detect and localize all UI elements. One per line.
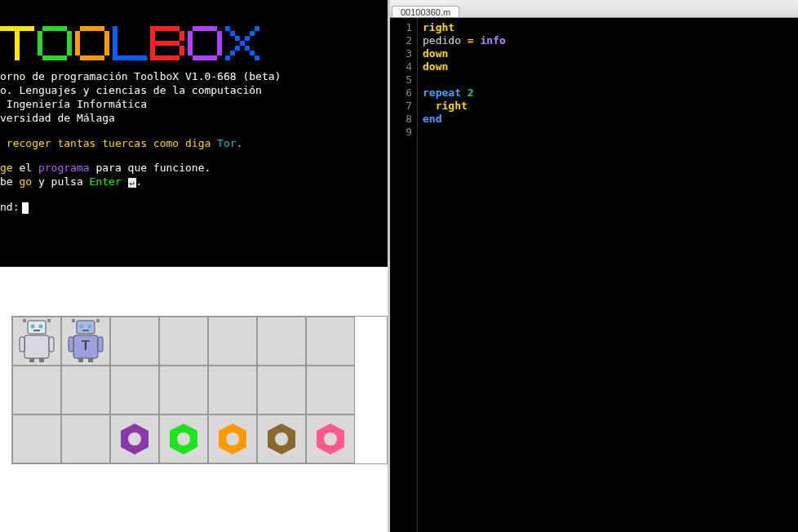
line-number: 8 — [390, 113, 412, 126]
grid-cell — [208, 415, 257, 463]
grid-cell — [61, 415, 110, 463]
svg-text:T: T — [82, 339, 90, 352]
code-editor[interactable]: 123456789 rightpedido = infodowndownrepe… — [390, 18, 798, 532]
help1-c: programa — [38, 162, 90, 174]
nut-icon — [215, 422, 250, 456]
grid-cell — [159, 366, 208, 415]
nut-icon — [264, 422, 299, 456]
robot-gray-icon — [16, 319, 57, 363]
svg-point-14 — [80, 325, 84, 329]
grid-cell — [208, 366, 257, 415]
line-gutter: 123456789 — [390, 18, 418, 532]
logo — [0, 3, 388, 60]
svg-point-3 — [31, 325, 35, 329]
grid-cell — [110, 317, 159, 366]
code-line[interactable]: down — [423, 47, 798, 60]
svg-rect-6 — [24, 335, 49, 358]
logo-letter-O — [38, 26, 72, 60]
robot-tor-icon: T — [65, 319, 106, 363]
svg-point-4 — [39, 325, 43, 329]
svg-rect-19 — [98, 337, 103, 352]
code-line[interactable]: repeat 2 — [423, 86, 798, 100]
cursor-icon — [22, 202, 29, 214]
code-line[interactable]: end — [423, 113, 798, 126]
grid-cell — [257, 317, 306, 366]
line-number: 5 — [390, 73, 412, 86]
logo-letter-L — [113, 26, 147, 60]
line-number: 2 — [390, 34, 412, 47]
svg-rect-2 — [47, 319, 51, 322]
line-number: 3 — [390, 47, 412, 60]
svg-rect-10 — [39, 358, 44, 362]
code-line[interactable]: down — [423, 60, 798, 73]
svg-rect-20 — [78, 358, 83, 362]
svg-point-30 — [275, 432, 288, 446]
enter-key-icon: ↵ — [128, 178, 136, 188]
line-number: 1 — [390, 21, 412, 34]
task-line: recoger tantas tuercas como diga Tor. — [0, 137, 388, 151]
svg-point-28 — [226, 432, 239, 446]
logo-letter-X — [225, 26, 259, 60]
svg-rect-13 — [96, 319, 100, 322]
svg-point-32 — [324, 432, 337, 446]
tab-bar: 00100360.m — [390, 0, 798, 18]
game-grid: T — [11, 316, 388, 464]
editor-panel: 00100360.m 123456789 rightpedido = infod… — [390, 0, 798, 532]
help2-e: . — [136, 175, 143, 188]
grid-cell — [110, 366, 159, 415]
svg-point-15 — [88, 325, 92, 329]
grid-cell — [12, 366, 61, 415]
task-target: Tor — [217, 137, 236, 149]
code-line[interactable] — [423, 73, 798, 86]
info-block: orno de programación ToolboX V1.0-668 (b… — [0, 70, 388, 126]
info-line-4: versidad de Málaga — [0, 112, 388, 126]
grid-cell — [208, 317, 257, 366]
help1-b: el — [13, 162, 38, 174]
logo-letter-O — [188, 26, 222, 60]
code-line[interactable]: pedido = info — [423, 34, 798, 47]
grid-cell — [110, 415, 159, 463]
grid-cell: T — [61, 317, 110, 366]
svg-rect-0 — [28, 321, 46, 334]
svg-point-24 — [128, 432, 141, 446]
svg-rect-7 — [20, 337, 24, 352]
code-body[interactable]: rightpedido = infodowndownrepeat 2 right… — [418, 18, 798, 532]
svg-rect-9 — [29, 358, 34, 362]
svg-point-26 — [177, 432, 190, 446]
code-line[interactable] — [423, 126, 798, 139]
grid-cell — [159, 317, 208, 366]
logo-letter-T — [0, 26, 34, 60]
svg-rect-5 — [33, 330, 40, 331]
left-panel: orno de programación ToolboX V1.0-668 (b… — [0, 0, 388, 532]
task-suffix: . — [237, 137, 243, 149]
help2-a: be — [0, 175, 19, 188]
grid-cell — [306, 366, 355, 415]
help1-d: para que funcione. — [90, 162, 211, 174]
info-line-2: o. Lenguajes y ciencias de la computació… — [0, 84, 388, 98]
line-number: 7 — [390, 100, 412, 113]
svg-rect-18 — [69, 337, 73, 352]
grid-cell — [61, 366, 110, 415]
code-line[interactable]: right — [423, 100, 798, 113]
code-line[interactable]: right — [423, 21, 798, 34]
tab-file[interactable]: 00100360.m — [392, 6, 459, 17]
svg-rect-11 — [77, 321, 95, 334]
info-line-3: Ingeniería Informática — [0, 98, 388, 112]
board-area: T — [0, 267, 388, 532]
logo-letter-B — [150, 26, 184, 60]
line-number: 6 — [390, 86, 412, 100]
line-number: 9 — [390, 126, 412, 139]
grid-cell — [306, 415, 355, 463]
svg-rect-1 — [23, 319, 26, 322]
svg-rect-21 — [88, 358, 93, 362]
command-prompt[interactable]: nd: — [0, 201, 388, 215]
grid-cell — [257, 415, 306, 463]
nut-icon — [313, 422, 348, 456]
svg-rect-16 — [82, 330, 89, 331]
line-number: 4 — [390, 60, 412, 73]
help2-c: y pulsa — [32, 175, 89, 188]
grid-cell — [159, 415, 208, 463]
nut-icon — [166, 422, 201, 456]
help2-d: Enter — [90, 175, 122, 188]
task-prefix: recoger tantas tuercas como diga — [0, 137, 217, 149]
